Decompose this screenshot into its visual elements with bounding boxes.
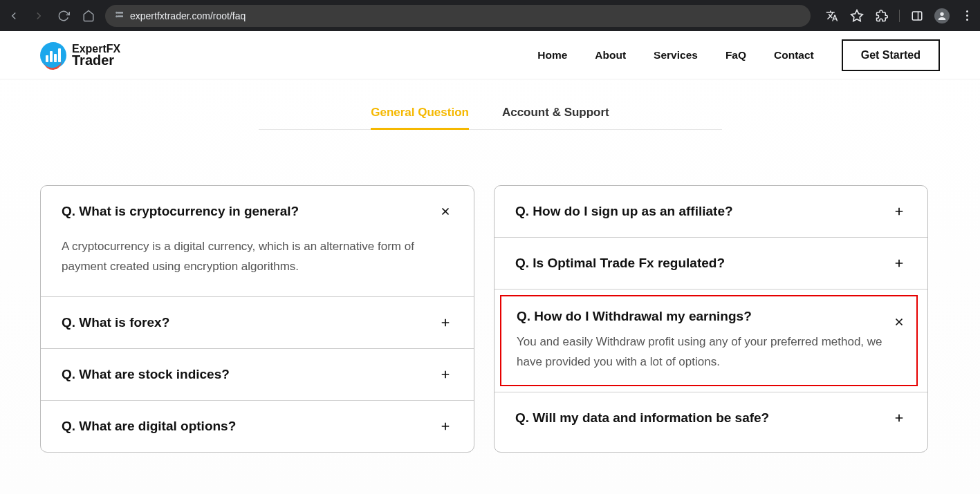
close-icon [438,204,453,219]
faq-toggle-header[interactable]: Q. Is Optimal Trade Fx regulated? [494,238,927,289]
faq-item-withdrawal: Q. How do I Withdrawal my earnings? You … [494,295,927,392]
get-started-button[interactable]: Get Started [842,39,940,71]
back-button[interactable] [6,8,22,24]
extensions-icon[interactable] [874,8,889,23]
faq-question: Q. How do I sign up as an affiliate? [515,204,733,219]
faq-toggle-header[interactable]: Q. What are digital options? [41,401,474,452]
site-settings-icon[interactable] [113,9,124,22]
faq-left-column: Q. What is cryptocurrency in general? A … [40,185,474,453]
reload-button[interactable] [55,8,72,24]
profile-avatar[interactable] [934,8,950,23]
plus-icon [438,367,453,382]
svg-point-7 [940,12,943,15]
site-header: ExpertFX Trader Home About Services FaQ … [0,31,980,79]
plus-icon [891,204,907,219]
sidepanel-icon[interactable] [909,8,925,23]
svg-rect-1 [118,12,123,13]
faq-answer: A cryptocurrency is a digital currency, … [41,237,474,296]
faq-question: Q. Is Optimal Trade Fx regulated? [515,256,725,271]
tab-account-support[interactable]: Account & Support [502,106,609,129]
plus-icon [438,315,453,330]
logo-text-2: Trader [72,53,120,67]
tab-general-question[interactable]: General Question [371,106,469,129]
logo[interactable]: ExpertFX Trader [40,42,120,68]
faq-item-affiliate: Q. How do I sign up as an affiliate? [494,186,927,238]
faq-question: Q. What are stock indices? [62,367,230,382]
faq-item-digital-options: Q. What are digital options? [41,401,474,452]
faq-item-stock-indices: Q. What are stock indices? [41,349,474,401]
nav-contact[interactable]: Contact [774,49,814,61]
faq-toggle-header[interactable]: Q. What is cryptocurrency in general? [41,186,474,237]
svg-point-2 [116,16,118,17]
faq-item-forex: Q. What is forex? [41,297,474,349]
faq-toggle-header[interactable]: Q. Will my data and information be safe? [494,392,927,444]
faq-toggle-header[interactable]: Q. How do I sign up as an affiliate? [494,186,927,237]
close-icon[interactable] [891,314,907,330]
address-bar[interactable]: expertfxtrader.com/root/faq [105,5,811,27]
plus-icon [891,256,907,271]
browser-toolbar: expertfxtrader.com/root/faq [0,0,980,31]
faq-question: Q. What are digital options? [62,419,236,434]
highlight-box: Q. How do I Withdrawal my earnings? You … [500,295,918,386]
faq-question: Q. What is cryptocurrency in general? [62,204,299,219]
faq-right-column: Q. How do I sign up as an affiliate? Q. … [494,185,928,453]
faq-toggle-header[interactable]: Q. How do I Withdrawal my earnings? [501,296,916,332]
faq-toggle-header[interactable]: Q. What is forex? [41,297,474,348]
plus-icon [891,410,907,426]
faq-tabs: General Question Account & Support [259,106,722,130]
translate-icon[interactable] [824,8,840,23]
nav-about[interactable]: About [595,49,626,61]
faq-item-cryptocurrency: Q. What is cryptocurrency in general? A … [41,186,474,297]
svg-point-0 [116,12,118,13]
faq-toggle-header[interactable]: Q. What are stock indices? [41,349,474,400]
nav-home[interactable]: Home [537,49,567,61]
svg-marker-4 [851,10,863,21]
faq-question: Q. Will my data and information be safe? [515,410,769,426]
svg-rect-5 [912,12,922,20]
faq-question: Q. How do I Withdrawal my earnings? [517,309,752,324]
faq-item-regulated: Q. Is Optimal Trade Fx regulated? [494,238,927,289]
logo-icon [40,42,66,68]
faq-answer: You and easily Withdraw profit using any… [501,332,916,385]
nav-faq[interactable]: FaQ [725,49,746,61]
nav-services[interactable]: Services [654,49,698,61]
main-nav: Home About Services FaQ Contact [537,49,813,61]
faq-item-data-safe: Q. Will my data and information be safe? [494,392,927,444]
forward-button[interactable] [30,8,47,24]
faq-grid: Q. What is cryptocurrency in general? A … [0,130,968,473]
url-text: expertfxtrader.com/root/faq [130,10,246,21]
menu-dots-icon[interactable] [959,8,974,23]
plus-icon [438,419,453,434]
svg-rect-3 [118,16,123,17]
bookmark-star-icon[interactable] [849,8,865,23]
toolbar-divider [899,10,900,22]
faq-question: Q. What is forex? [62,315,169,330]
home-button[interactable] [80,8,97,24]
